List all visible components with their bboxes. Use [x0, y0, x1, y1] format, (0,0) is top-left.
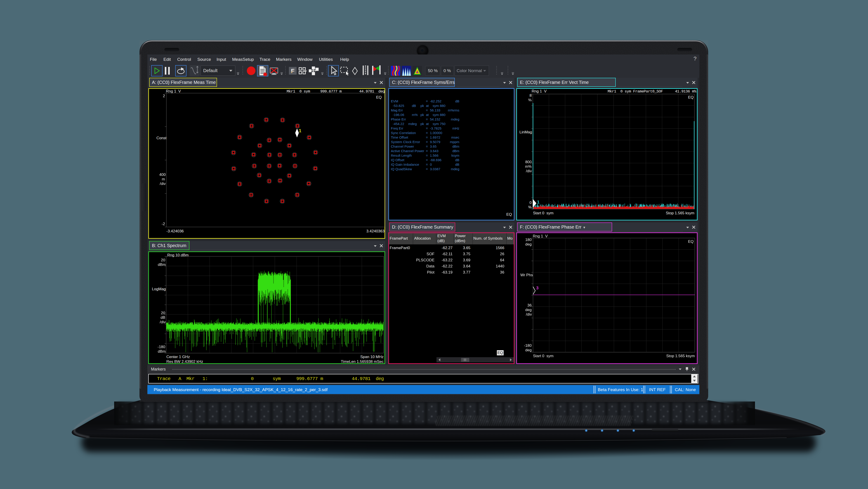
svg-text:F: F [291, 68, 294, 74]
